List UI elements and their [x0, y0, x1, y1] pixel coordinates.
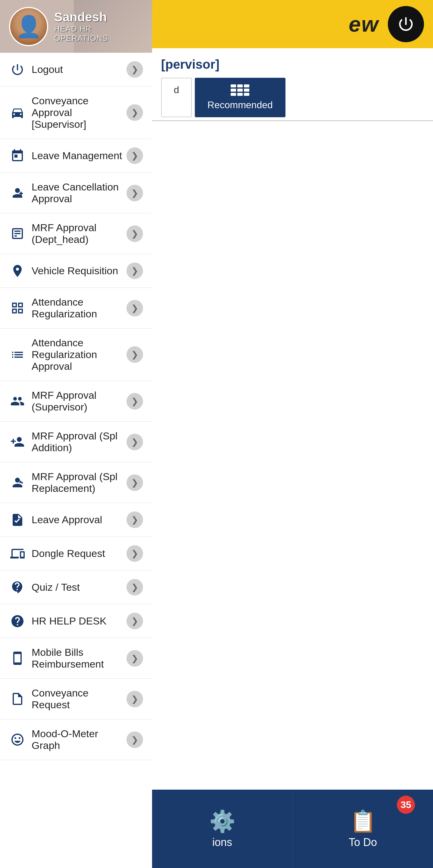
arrow-attendance-regularization — [127, 300, 143, 316]
vehicle-icon — [9, 262, 26, 279]
tab-bar: d Recommended — [152, 75, 433, 121]
arrow-leave-management — [127, 147, 143, 164]
nav-actions[interactable]: ⚙️ ions — [152, 789, 293, 868]
menu-item-quiz-test[interactable]: Quiz / Test — [0, 570, 152, 604]
user-role: HEAD HR OPERATIONS — [54, 24, 143, 43]
menu-label-mrf-spl-replacement: MRF Approval (Spl Replacement) — [32, 471, 127, 494]
user-profile-header: Sandesh HEAD HR OPERATIONS — [0, 0, 152, 53]
menu-item-attendance-regularization-approval[interactable]: Attendance Regularization Approval — [0, 329, 152, 381]
dongle-icon — [9, 545, 26, 562]
arrow-mood-o-meter — [127, 732, 143, 748]
menu-item-leave-approval[interactable]: Leave Approval — [0, 503, 152, 537]
quiz-icon — [9, 579, 26, 595]
car-icon — [9, 104, 26, 121]
power-icon — [397, 15, 415, 33]
menu-item-conveyance-approval-supervisor[interactable]: Conveyance Approval [Supervisor] — [0, 87, 152, 139]
menu-label-mrf-supervisor: MRF Approval (Supervisor) — [32, 390, 127, 413]
menu-label-quiz-test: Quiz / Test — [32, 581, 127, 593]
arrow-leave-approval — [127, 512, 143, 528]
tab-all[interactable]: d — [161, 78, 192, 117]
menu-label-mood-o-meter: Mood-O-Meter Graph — [32, 728, 127, 751]
actions-icon: ⚙️ — [209, 809, 235, 834]
menu-label-hr-help-desk: HR HELP DESK — [32, 615, 127, 627]
arrow-mrf-supervisor — [127, 393, 143, 410]
nav-todo[interactable]: 35 📋 To Do — [293, 789, 433, 868]
menu-item-mrf-spl-replacement[interactable]: MRF Approval (Spl Replacement) — [0, 462, 152, 503]
nav-actions-label: ions — [212, 836, 232, 849]
avatar — [9, 7, 48, 46]
arrow-mrf-spl-addition — [127, 434, 143, 450]
arrow-leave-cancellation-approval — [127, 185, 143, 201]
menu-item-leave-management[interactable]: Leave Management — [0, 139, 152, 173]
todo-badge: 35 — [397, 796, 415, 814]
conveyance-icon — [9, 691, 26, 707]
grid-list-icon — [9, 346, 26, 363]
menu-item-leave-cancellation-approval[interactable]: Leave Cancellation Approval — [0, 173, 152, 213]
person-add-icon — [9, 434, 26, 450]
arrow-quiz-test — [127, 579, 143, 595]
menu-item-mrf-spl-addition[interactable]: MRF Approval (Spl Addition) — [0, 422, 152, 462]
page-subtitle: [pervisor] — [152, 48, 433, 75]
help-icon — [9, 613, 26, 629]
power-icon — [9, 61, 26, 78]
menu-label-leave-cancellation-approval: Leave Cancellation Approval — [32, 181, 127, 205]
arrow-dongle-request — [127, 545, 143, 562]
menu-list: Logout Conveyance Approval [Supervisor] … — [0, 53, 152, 760]
user-name: Sandesh — [54, 10, 143, 24]
bottom-nav: ⚙️ ions 35 📋 To Do — [152, 789, 433, 868]
calendar-icon — [9, 147, 26, 164]
arrow-vehicle-requisition — [127, 262, 143, 279]
menu-item-logout[interactable]: Logout — [0, 53, 152, 87]
menu-item-attendance-regularization[interactable]: Attendance Regularization — [0, 288, 152, 329]
todo-icon: 📋 — [350, 809, 376, 834]
menu-label-mrf-spl-addition: MRF Approval (Spl Addition) — [32, 430, 127, 454]
app-header: ew — [152, 0, 433, 48]
menu-label-attendance-regularization: Attendance Regularization — [32, 296, 127, 320]
menu-item-vehicle-requisition[interactable]: Vehicle Requisition — [0, 254, 152, 288]
menu-label-conveyance-request: Conveyance Request — [32, 687, 127, 711]
mobile-icon — [9, 650, 26, 667]
menu-label-vehicle-requisition: Vehicle Requisition — [32, 265, 127, 277]
avatar-face — [10, 8, 47, 45]
menu-item-mrf-supervisor[interactable]: MRF Approval (Supervisor) — [0, 381, 152, 422]
menu-item-mobile-bills-reimbursement[interactable]: Mobile Bills Reimbursement — [0, 638, 152, 679]
menu-label-dongle-request: Dongle Request — [32, 548, 127, 559]
arrow-mrf-dept-head — [127, 225, 143, 242]
person-replace-icon — [9, 474, 26, 491]
arrow-mobile-bills-reimbursement — [127, 650, 143, 667]
user-info: Sandesh HEAD HR OPERATIONS — [54, 10, 143, 43]
menu-label-mobile-bills-reimbursement: Mobile Bills Reimbursement — [32, 647, 127, 670]
menu-label-logout: Logout — [32, 64, 127, 75]
mood-icon — [9, 732, 26, 748]
list-icon — [231, 84, 249, 96]
arrow-mrf-spl-replacement — [127, 474, 143, 491]
menu-item-mood-o-meter[interactable]: Mood-O-Meter Graph — [0, 719, 152, 760]
right-panel: ew [pervisor] d Recommended — [152, 0, 433, 868]
arrow-conveyance-approval-supervisor — [127, 104, 143, 121]
menu-item-mrf-dept-head[interactable]: MRF Approval (Dept_head) — [0, 213, 152, 254]
grid-calendar-icon — [9, 300, 26, 316]
person-cancel-icon — [9, 185, 26, 201]
tab-recommended-label: Recommended — [207, 99, 273, 111]
menu-item-dongle-request[interactable]: Dongle Request — [0, 537, 152, 570]
tab-recommended[interactable]: Recommended — [195, 78, 286, 117]
sidebar: Sandesh HEAD HR OPERATIONS Logout Convey… — [0, 0, 152, 868]
tab-all-label: d — [174, 84, 179, 95]
menu-label-leave-management: Leave Management — [32, 150, 127, 161]
mrf-supervisor-icon — [9, 393, 26, 410]
menu-label-mrf-dept-head: MRF Approval (Dept_head) — [32, 222, 127, 245]
power-button[interactable] — [388, 6, 424, 42]
nav-todo-label: To Do — [349, 836, 377, 849]
menu-label-leave-approval: Leave Approval — [32, 514, 127, 526]
arrow-conveyance-request — [127, 691, 143, 707]
app-title: ew — [349, 12, 379, 36]
menu-item-hr-help-desk[interactable]: HR HELP DESK — [0, 604, 152, 638]
arrow-logout — [127, 61, 143, 78]
arrow-attendance-regularization-approval — [127, 346, 143, 363]
arrow-hr-help-desk — [127, 613, 143, 629]
menu-label-conveyance-approval-supervisor: Conveyance Approval [Supervisor] — [32, 95, 127, 130]
menu-label-attendance-regularization-approval: Attendance Regularization Approval — [32, 337, 127, 372]
checkbox-icon — [9, 225, 26, 242]
doc-check-icon — [9, 512, 26, 528]
menu-item-conveyance-request[interactable]: Conveyance Request — [0, 679, 152, 719]
